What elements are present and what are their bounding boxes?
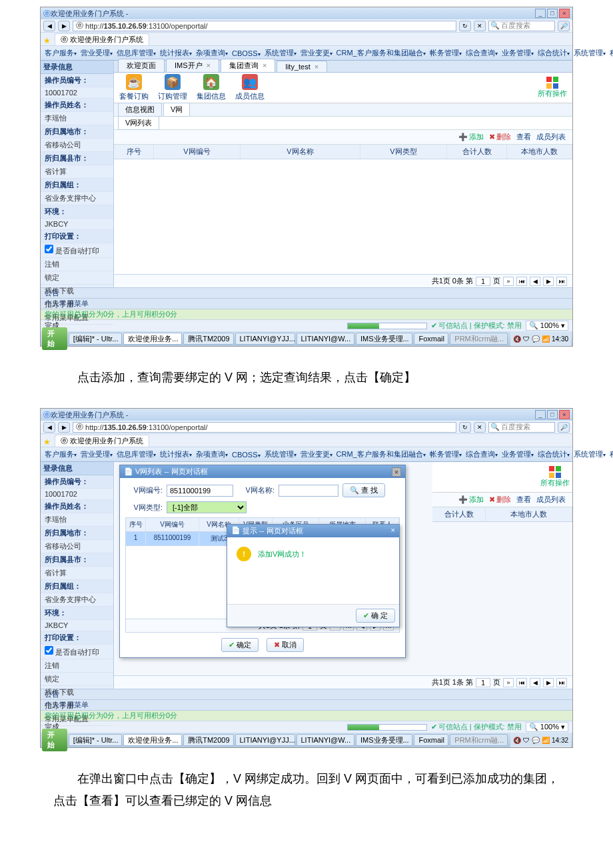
menu-item[interactable]: 客户服务▾ [45, 48, 77, 58]
pager-go-button[interactable]: » [503, 277, 514, 286]
forward-button[interactable]: ▶ [58, 422, 70, 433]
view-button[interactable]: 查看 [516, 132, 531, 142]
sidebar-link-logout[interactable]: 注销 [41, 659, 113, 673]
menu-item[interactable]: CBOSS▾ [232, 451, 261, 459]
delete-button[interactable]: ✖删除 [489, 132, 511, 142]
add-button[interactable]: ➕添加 [458, 132, 484, 142]
tab-group-query[interactable]: 集团查询× [221, 59, 275, 72]
page-input[interactable] [476, 277, 490, 286]
menu-item[interactable]: 杂项查询▾ [196, 48, 228, 58]
search-button[interactable]: 🔍查 找 [342, 483, 385, 497]
footer-fav-menu[interactable]: 个人常用菜单 [41, 699, 572, 710]
taskbar-button[interactable]: LITIANYI@W... [297, 333, 354, 345]
msgbox-close-icon[interactable]: × [391, 526, 395, 536]
system-tray[interactable]: 🔇🛡💬📶 14:30 [510, 331, 571, 346]
delete-button[interactable]: ✖删除 [489, 495, 511, 505]
taskbar-button[interactable]: Foxmail [414, 734, 448, 746]
pager-go-button[interactable]: » [503, 678, 514, 687]
taskbar-button[interactable]: Foxmail [414, 333, 448, 345]
pager-first-button[interactable]: ⏮ [516, 678, 527, 687]
system-tray[interactable]: 🔇🛡💬📶 14:32 [510, 733, 571, 747]
search-go-button[interactable]: 🔎 [558, 422, 570, 433]
taskbar-button[interactable]: [编辑]* - Ultr... [69, 333, 123, 345]
sidebar-link-lock[interactable]: 锁定 [41, 673, 113, 686]
menu-item[interactable]: 统计报表▾ [160, 48, 192, 58]
dialog-ok-button[interactable]: ✔确定 [221, 638, 259, 652]
vid-input[interactable] [167, 485, 233, 497]
taskbar-button[interactable]: LITIANYI@W... [297, 734, 354, 746]
all-operations-button[interactable]: 所有操作 [538, 77, 567, 99]
menu-item[interactable]: 业务管理▾ [502, 449, 534, 459]
zoom-control[interactable]: 🔍 100% ▾ [526, 321, 568, 331]
taskbar-button[interactable]: IMS业务受理... [356, 333, 412, 345]
menu-item[interactable]: 信息库管理▾ [117, 449, 156, 459]
menu-item[interactable]: 积算管理▾ [610, 449, 613, 459]
forward-button[interactable]: ▶ [58, 21, 70, 31]
dialog-close-icon[interactable]: × [392, 467, 401, 477]
maximize-button[interactable]: □ [547, 410, 558, 419]
close-button[interactable]: × [559, 410, 570, 419]
favorites-icon[interactable]: ★ [43, 437, 51, 447]
page-input[interactable] [476, 678, 490, 687]
pager-last-button[interactable]: ⏭ [556, 678, 567, 687]
refresh-button[interactable]: ↻ [459, 21, 471, 31]
menu-item[interactable]: 帐务管理▾ [430, 48, 462, 58]
toolbar-group-info[interactable]: 🏠集团信息 [197, 74, 226, 101]
url-input[interactable]: ⓔ http://135.10.26.59:13100/openportal/ [73, 21, 456, 31]
footer-gonggao[interactable]: 公告 [41, 689, 572, 699]
menu-item[interactable]: 系统管理▾ [574, 48, 606, 58]
vtype-select[interactable]: [-1]全部 [167, 501, 247, 513]
sidebar-link-lock[interactable]: 锁定 [41, 271, 113, 285]
dialog-cancel-button[interactable]: ✖取消 [267, 638, 304, 652]
taskbar-button[interactable]: LITIANYI@YJJ... [235, 333, 295, 345]
taskbar-button[interactable]: 欢迎使用业务... [123, 734, 182, 746]
menu-item[interactable]: 营业变更▾ [301, 48, 332, 58]
menu-item[interactable]: 系统管理▾ [265, 449, 297, 459]
tab-close-icon[interactable]: × [207, 61, 211, 69]
menu-item[interactable]: CBOSS▾ [232, 49, 261, 57]
menu-item[interactable]: 营业受理▾ [81, 449, 113, 459]
menu-item[interactable]: 帐务管理▾ [430, 449, 462, 459]
minimize-button[interactable]: _ [535, 9, 546, 18]
pager-prev-button[interactable]: ◀ [530, 678, 540, 687]
tab-close-icon[interactable]: × [263, 61, 267, 69]
members-button[interactable]: 成员列表 [536, 132, 566, 142]
menu-item[interactable]: 积算管理▾ [610, 48, 613, 58]
pager-last-button[interactable]: ⏭ [556, 277, 567, 286]
back-button[interactable]: ◀ [43, 422, 55, 433]
menu-item[interactable]: CRM_客户服务和集团融合▾ [336, 449, 426, 459]
tab-ims[interactable]: IMS开户× [166, 59, 219, 72]
menu-item[interactable]: 营业变更▾ [301, 449, 332, 459]
toolbar-order-mgmt[interactable]: 📦订购管理 [158, 74, 187, 101]
back-button[interactable]: ◀ [43, 21, 55, 31]
close-button[interactable]: × [559, 9, 570, 18]
pager-prev-button[interactable]: ◀ [530, 277, 540, 286]
view-button[interactable]: 查看 [516, 495, 531, 505]
pager-next-button[interactable]: ▶ [543, 277, 554, 286]
taskbar-button[interactable]: LITIANYI@YJJ... [235, 734, 295, 746]
toolbar-member-info[interactable]: 👥成员信息 [235, 74, 265, 101]
stop-button[interactable]: ✕ [474, 422, 486, 433]
auto-print-checkbox[interactable]: 是否自动打印 [41, 243, 113, 258]
menu-item[interactable]: 综合查询▾ [466, 48, 498, 58]
taskbar-button[interactable]: 腾讯TM2009 [183, 734, 233, 746]
members-button[interactable]: 成员列表 [536, 495, 566, 505]
tab-vnet-list[interactable]: V网列表 [118, 116, 159, 130]
search-box[interactable]: 🔍 百度搜索 [488, 422, 555, 433]
toolbar-package-order[interactable]: ☕套餐订购 [119, 74, 149, 101]
maximize-button[interactable]: □ [547, 9, 558, 18]
menu-item[interactable]: 综合统计▾ [538, 48, 570, 58]
menu-item[interactable]: 系统管理▾ [265, 48, 297, 58]
taskbar-button[interactable]: 腾讯TM2009 [183, 333, 233, 345]
msgbox-ok-button[interactable]: ✔确 定 [356, 609, 395, 623]
zoom-control[interactable]: 🔍 100% ▾ [526, 722, 568, 732]
start-button[interactable]: 开始 [42, 729, 67, 751]
search-box[interactable]: 🔍 百度搜索 [488, 21, 555, 31]
favorites-icon[interactable]: ★ [43, 36, 51, 45]
tab-welcome[interactable]: 欢迎页面 [118, 59, 165, 72]
menu-item[interactable]: 信息库管理▾ [117, 48, 156, 58]
footer-gonggao[interactable]: 公告 [41, 287, 572, 298]
minimize-button[interactable]: _ [535, 410, 546, 419]
tab-close-icon[interactable]: × [314, 63, 318, 71]
sidebar-link-logout[interactable]: 注销 [41, 258, 113, 271]
